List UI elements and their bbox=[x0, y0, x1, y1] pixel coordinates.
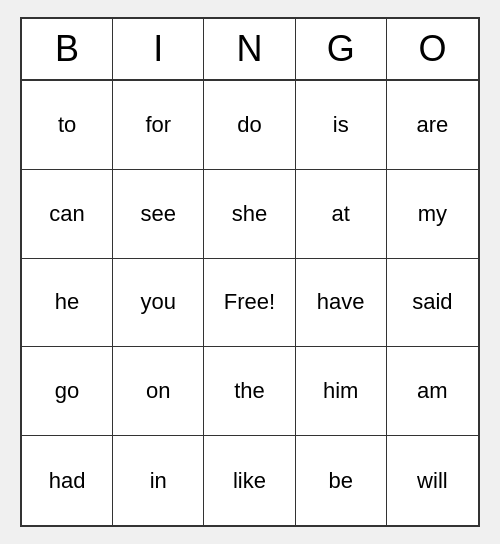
bingo-card: B I N G O tofordoisarecanseesheatmyheyou… bbox=[20, 17, 480, 527]
bingo-cell-18: him bbox=[296, 347, 387, 436]
bingo-cell-9: my bbox=[387, 170, 478, 259]
header-b: B bbox=[22, 19, 113, 79]
header-i: I bbox=[113, 19, 204, 79]
bingo-cell-16: on bbox=[113, 347, 204, 436]
header-g: G bbox=[296, 19, 387, 79]
bingo-cell-11: you bbox=[113, 259, 204, 348]
bingo-cell-3: is bbox=[296, 81, 387, 170]
bingo-cell-2: do bbox=[204, 81, 295, 170]
bingo-cell-19: am bbox=[387, 347, 478, 436]
bingo-cell-7: she bbox=[204, 170, 295, 259]
bingo-cell-17: the bbox=[204, 347, 295, 436]
bingo-cell-8: at bbox=[296, 170, 387, 259]
header-o: O bbox=[387, 19, 478, 79]
bingo-cell-15: go bbox=[22, 347, 113, 436]
bingo-header: B I N G O bbox=[22, 19, 478, 81]
bingo-cell-0: to bbox=[22, 81, 113, 170]
bingo-cell-1: for bbox=[113, 81, 204, 170]
bingo-cell-24: will bbox=[387, 436, 478, 525]
bingo-cell-6: see bbox=[113, 170, 204, 259]
bingo-cell-22: like bbox=[204, 436, 295, 525]
header-n: N bbox=[204, 19, 295, 79]
bingo-body: tofordoisarecanseesheatmyheyouFree!haves… bbox=[22, 81, 478, 525]
bingo-cell-13: have bbox=[296, 259, 387, 348]
bingo-cell-5: can bbox=[22, 170, 113, 259]
bingo-cell-10: he bbox=[22, 259, 113, 348]
bingo-cell-21: in bbox=[113, 436, 204, 525]
bingo-cell-12: Free! bbox=[204, 259, 295, 348]
bingo-cell-14: said bbox=[387, 259, 478, 348]
bingo-cell-23: be bbox=[296, 436, 387, 525]
bingo-cell-20: had bbox=[22, 436, 113, 525]
bingo-cell-4: are bbox=[387, 81, 478, 170]
